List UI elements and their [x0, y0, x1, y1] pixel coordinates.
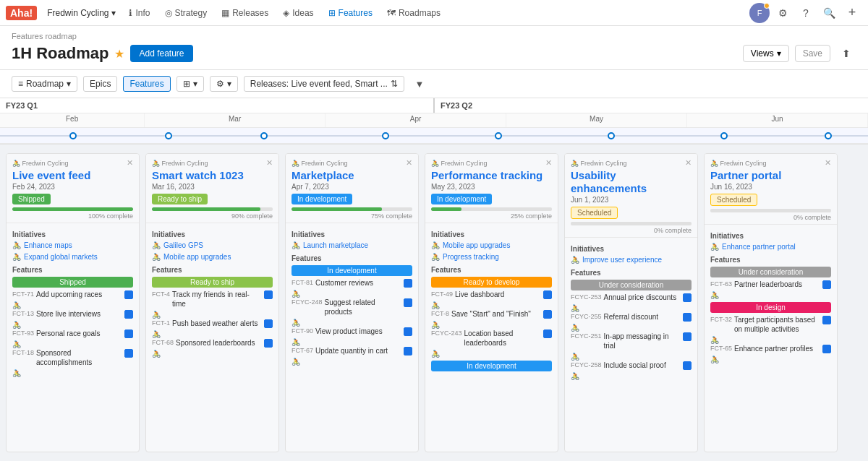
col-title-1[interactable]: Smart watch 1023 [152, 169, 273, 182]
feat-check-1-0-2[interactable] [264, 339, 273, 348]
col-title-5[interactable]: Partner portal [710, 169, 831, 182]
feat-check-2-0-1[interactable] [404, 298, 412, 307]
nav-ideas[interactable]: ◈ Ideas [277, 6, 319, 20]
filter-btn[interactable]: ▼ [410, 74, 429, 93]
feat-check-5-1-1[interactable] [822, 345, 831, 353]
releases-filter-btn[interactable]: Releases: Live event feed, Smart ... ⇅ [244, 76, 404, 92]
col-title-4[interactable]: Usability enhancements [571, 169, 692, 195]
strategy-icon: ◎ [165, 8, 172, 18]
app-logo[interactable]: Aha! [6, 6, 37, 20]
feat-check-2-0-0[interactable] [404, 279, 412, 288]
nav-info[interactable]: ℹ Info [123, 6, 156, 20]
initiative-text-3-1[interactable]: Progress tracking [443, 252, 499, 262]
nav-roadmaps[interactable]: 🗺 Roadmaps [381, 6, 446, 20]
feat-text-5-1-1[interactable]: Enhance partner profiles [734, 344, 820, 353]
col-close-4[interactable]: ✕ [685, 158, 692, 168]
feat-check-3-0-2[interactable] [543, 329, 552, 338]
roadmap-toggle-btn[interactable]: ≡ Roadmap ▾ [12, 76, 77, 92]
save-button[interactable]: Save [795, 45, 830, 62]
initiative-text-2-0[interactable]: Launch marketplace [303, 241, 368, 250]
feat-check-0-0-2[interactable] [124, 329, 133, 338]
page-title: 1H Roadmap [12, 44, 109, 63]
feat-text-4-0-1[interactable]: Referral discount [604, 312, 681, 322]
feat-check-4-0-3[interactable] [683, 361, 692, 370]
feat-text-5-1-0[interactable]: Target participants based on multiple ac… [734, 315, 820, 334]
initiative-text-5-0[interactable]: Enhance partner portal [722, 242, 796, 251]
feat-text-0-0-0[interactable]: Add upcoming races [36, 290, 122, 299]
col-close-3[interactable]: ✕ [545, 158, 552, 168]
col-close-5[interactable]: ✕ [825, 158, 831, 168]
add-feature-button[interactable]: Add feature [130, 45, 192, 62]
feat-text-4-0-3[interactable]: Include social proof [604, 361, 681, 370]
user-avatar[interactable]: F [749, 3, 770, 23]
feat-check-4-0-0[interactable] [683, 293, 692, 302]
col-title-0[interactable]: Live event feed [12, 169, 133, 182]
feat-text-0-0-2[interactable]: Personal race goals [36, 329, 122, 338]
feat-text-2-0-0[interactable]: Customer reviews [315, 278, 401, 288]
initiative-text-0-0[interactable]: Enhance maps [24, 241, 72, 250]
feat-text-2-0-2[interactable]: View product images [315, 327, 401, 336]
feat-check-0-0-0[interactable] [124, 290, 133, 299]
feat-text-4-0-0[interactable]: Annual price discounts [604, 293, 681, 302]
feature-item-5-1-0: FCT-32 Target participants based on mult… [710, 315, 831, 334]
feat-check-5-1-0[interactable] [822, 316, 831, 324]
initiative-text-0-1[interactable]: Expand global markets [24, 252, 98, 262]
feat-text-5-0-0[interactable]: Partner leaderboards [734, 280, 820, 289]
feature-item-3-0-2: FCYC-243 Location based leaderboards [431, 329, 552, 348]
col-company-2: 🚴 Fredwin Cycling ✕ [292, 158, 412, 168]
feat-text-0-0-3[interactable]: Sponsored accomplishments [36, 348, 122, 367]
feat-text-0-0-1[interactable]: Store live interviews [36, 309, 122, 319]
feat-text-2-0-1[interactable]: Suggest related products [325, 298, 401, 316]
col-close-2[interactable]: ✕ [406, 158, 412, 168]
settings-btn[interactable]: ⚙ ▾ [210, 76, 238, 92]
feat-text-1-0-0[interactable]: Track my friends in real-time [172, 290, 262, 309]
feature-item-3-0-1: FCT-8 Save "Start" and "Finish" [431, 309, 552, 319]
feat-text-3-0-0[interactable]: Live dashboard [455, 290, 541, 299]
feature-item-2-0-3: FCT-67 Update quantity in cart [292, 346, 412, 356]
feat-check-4-0-1[interactable] [683, 313, 692, 322]
search-icon-btn[interactable]: 🔍 [819, 3, 839, 23]
epics-btn[interactable]: Epics [83, 76, 117, 92]
feat-check-3-0-1[interactable] [543, 310, 552, 319]
add-icon-btn[interactable]: + [842, 3, 862, 23]
feature-item-4-0-3: FCYC-258 Include social proof [571, 361, 692, 370]
initiative-text-4-0[interactable]: Improve user experience [582, 255, 662, 264]
feat-check-4-0-2[interactable] [683, 332, 692, 341]
feat-text-3-0-1[interactable]: Save "Start" and "Finish" [451, 309, 541, 319]
initiative-text-1-1[interactable]: Mobile app upgrades [163, 252, 231, 262]
help-icon-btn[interactable]: ? [796, 3, 816, 23]
feat-text-4-0-2[interactable]: In-app messaging in trial [604, 332, 681, 350]
feat-text-2-0-3[interactable]: Update quantity in cart [315, 346, 401, 356]
feat-text-1-0-2[interactable]: Sponsored leaderboards [176, 338, 262, 348]
view-options-btn[interactable]: ⊞ ▾ [176, 76, 204, 92]
share-icon[interactable]: ⬆ [836, 43, 856, 64]
feat-person-icon-4-0-1: 🚴 [571, 324, 692, 332]
initiative-text-3-0[interactable]: Mobile app upgrades [443, 241, 510, 250]
feat-check-3-0-0[interactable] [543, 290, 552, 299]
feat-text-1-0-1[interactable]: Push based weather alerts [172, 319, 262, 328]
col-close-0[interactable]: ✕ [127, 158, 133, 168]
col-title-3[interactable]: Performance tracking [431, 169, 552, 182]
nav-releases[interactable]: ▦ Releases [216, 6, 274, 20]
feat-check-0-0-1[interactable] [124, 310, 133, 319]
feat-check-0-0-3[interactable] [124, 349, 133, 358]
feat-check-2-0-2[interactable] [404, 327, 412, 336]
roadmap-label: Roadmap [26, 79, 64, 89]
settings-icon-btn[interactable]: ⚙ [773, 3, 793, 23]
feat-text-3-0-2[interactable]: Location based leaderboards [464, 329, 541, 348]
feat-check-2-0-3[interactable] [404, 347, 412, 356]
col-status-badge-2: In development [292, 194, 352, 204]
col-close-1[interactable]: ✕ [266, 158, 273, 168]
feat-check-1-0-1[interactable] [264, 319, 273, 328]
workspace-selector[interactable]: Fredwin Cycling ▾ [43, 6, 120, 20]
feat-check-1-0-0[interactable] [264, 290, 273, 299]
features-btn[interactable]: Features [123, 76, 170, 92]
feat-check-5-0-0[interactable] [822, 280, 831, 289]
feature-item-1-0-0: FCT-4 Track my friends in real-time [152, 290, 273, 309]
col-title-2[interactable]: Marketplace [292, 169, 412, 182]
favorite-star-icon[interactable]: ★ [114, 47, 124, 61]
initiative-text-1-0[interactable]: Galileo GPS [163, 241, 203, 250]
nav-strategy[interactable]: ◎ Strategy [159, 6, 213, 20]
views-button[interactable]: Views ▾ [743, 45, 789, 62]
nav-features[interactable]: ⊞ Features [323, 6, 378, 20]
